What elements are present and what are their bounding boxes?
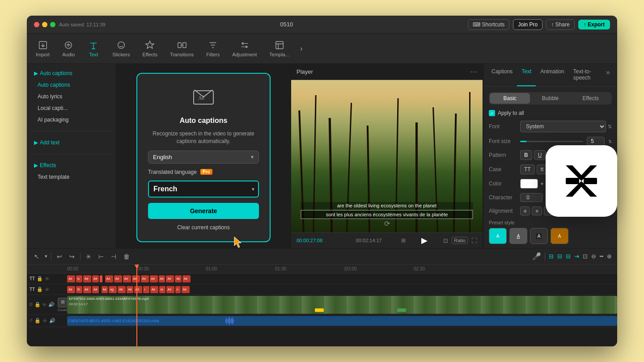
minimize-button[interactable] <box>42 22 47 27</box>
caption-chip[interactable]: Aé <box>118 286 126 293</box>
layout-icon[interactable]: ⊞ <box>401 237 406 244</box>
caption-chip[interactable]: Aé <box>92 275 99 282</box>
player-menu-icon[interactable]: ⋯ <box>470 67 477 76</box>
caption-chip[interactable]: re <box>159 286 165 293</box>
audio-bar[interactable]: C9E97AFD-BD71-45FE-A962-E16243292310.m4a <box>67 316 617 326</box>
align-left-button[interactable]: ≡ <box>520 206 530 215</box>
toolbar-transitions[interactable]: Transitions <box>165 37 199 61</box>
selection-tool[interactable]: ↖ <box>32 251 41 262</box>
share-button[interactable]: ↑ Share <box>546 19 574 30</box>
tab-captions[interactable]: Captions <box>487 64 517 86</box>
toolbar-filters[interactable]: Filters <box>201 37 225 61</box>
timeline-tool6[interactable]: ⊖ <box>591 253 596 260</box>
font-select[interactable]: System <box>520 121 606 132</box>
timeline-tool4[interactable]: ⇥ <box>574 253 579 260</box>
style-tab-effects[interactable]: Effects <box>571 93 611 104</box>
translated-language-input[interactable] <box>148 181 259 198</box>
caption-chip[interactable]: Aé <box>150 275 158 282</box>
track-audio-vol-icon[interactable]: 🔊 <box>49 318 55 324</box>
maximize-button[interactable] <box>50 22 55 27</box>
shortcuts-button[interactable]: ⌨ Shortcuts <box>468 19 510 30</box>
export-button[interactable]: ↑ Export <box>578 20 610 29</box>
fullscreen-icon[interactable]: ⛶ <box>471 237 477 244</box>
track-lock-icon-1[interactable]: 🔒 <box>37 276 43 282</box>
crop-tool[interactable]: ⊢ <box>97 251 106 262</box>
preset-item-4[interactable]: A <box>551 228 568 244</box>
preset-item-1[interactable]: A <box>489 228 507 244</box>
toolbar-adjustment[interactable]: Adjustment <box>227 37 262 61</box>
timeline-tool5[interactable]: ⊡ <box>583 253 588 260</box>
caption-chip[interactable]: Aé <box>83 286 91 293</box>
left-panel-item-auto-captions[interactable]: Auto captions <box>30 79 112 91</box>
toolbar-effects[interactable]: Effects <box>137 37 162 61</box>
redo-button[interactable]: ↪ <box>68 251 76 262</box>
caption-chip[interactable]: Aé <box>114 275 122 282</box>
track-loop-icon[interactable]: ↺ <box>29 318 33 324</box>
font-size-slider[interactable] <box>520 141 583 142</box>
caption-chip[interactable]: Aé <box>182 275 191 282</box>
uppercase-button[interactable]: TT <box>520 164 535 174</box>
style-tab-basic[interactable]: Basic <box>490 93 530 104</box>
track-settings-icon[interactable]: ⚙ <box>29 302 33 307</box>
caption-chip[interactable]: Aé <box>67 275 75 282</box>
video-strip[interactable]: EF55F902-6884-40E9-BB91-434ABF67897B.mp4… <box>67 296 617 314</box>
track-visible-icon-video[interactable]: 👁 <box>42 302 47 307</box>
mic-icon[interactable]: 🎤 <box>532 252 541 261</box>
section-header-captions[interactable]: ▶ Auto captions <box>30 67 112 79</box>
caption-chip[interactable]: Aé <box>92 286 99 293</box>
caption-chip[interactable]: r <box>143 286 149 293</box>
caption-chip[interactable]: Aé <box>166 286 174 293</box>
ratio-button[interactable]: Ratio <box>452 237 468 244</box>
close-button[interactable] <box>34 22 39 27</box>
split-tool[interactable]: ⚹ <box>84 251 93 262</box>
tab-animation[interactable]: Animation <box>536 64 568 86</box>
caption-chip[interactable]: Aé <box>132 275 140 282</box>
delete-tool[interactable]: 🗑 <box>122 251 131 262</box>
timeline-tool1[interactable]: ⊟ <box>549 253 554 260</box>
join-pro-button[interactable]: Join Pro <box>513 19 542 30</box>
timeline-tool2[interactable]: ⊟ <box>557 253 562 260</box>
caption-chip[interactable]: Aé <box>127 286 133 293</box>
apply-all-checkbox[interactable]: ✓ <box>489 110 495 116</box>
tab-more-icon[interactable]: » <box>602 64 614 86</box>
play-button[interactable]: ▶ <box>421 236 428 245</box>
caption-chip[interactable]: Aé <box>83 275 91 282</box>
caption-chip[interactable]: Aé <box>67 286 75 293</box>
track-audio-icon-video[interactable]: 🔊 <box>48 302 55 307</box>
zoom-slider[interactable]: ━ <box>600 253 603 260</box>
caption-chip[interactable]: Aé <box>123 275 131 282</box>
trim-tool[interactable]: ⊣ <box>109 251 118 262</box>
caption-chip[interactable]: Aé <box>141 275 149 282</box>
toolbar-audio[interactable]: Audio <box>57 37 80 61</box>
undo-button[interactable]: ↩ <box>55 251 64 262</box>
clear-captions-button[interactable]: Clear current captions <box>177 224 229 231</box>
preset-item-3[interactable]: A <box>530 228 548 244</box>
caption-chip[interactable] <box>100 275 102 282</box>
caption-chip[interactable]: Aé <box>159 275 165 282</box>
toolbar-templates[interactable]: Templa... <box>264 37 295 61</box>
caption-chip[interactable]: th <box>76 286 82 293</box>
left-panel-item-ai-packaging[interactable]: AI packaging <box>30 114 112 126</box>
style-tab-bubble[interactable]: Bubble <box>530 93 570 104</box>
character-spacing-input[interactable] <box>520 193 542 202</box>
caption-chip[interactable]: ls <box>76 275 82 282</box>
left-panel-item-text-template[interactable]: Text template <box>30 171 112 183</box>
tab-text[interactable]: Text <box>517 64 536 86</box>
track-lock-icon-audio[interactable]: 🔒 <box>34 318 41 324</box>
left-panel-item-local-captions[interactable]: Local capti... <box>30 102 112 114</box>
caption-chip[interactable]: Aé <box>134 286 142 293</box>
track-visible-icon-1[interactable]: 👁 <box>45 276 50 282</box>
crop-icon[interactable]: ⊡ <box>443 237 448 244</box>
track-visible-icon-2[interactable]: 👁 <box>45 287 50 292</box>
section-header-effects[interactable]: ▶ Effects <box>30 160 112 171</box>
align-center-button[interactable]: ≡ <box>532 206 542 215</box>
toolbar-stickers[interactable]: Stickers <box>107 37 135 61</box>
timeline-tool3[interactable]: ⊟ <box>566 253 571 260</box>
caption-chip[interactable]: Aé <box>182 286 190 293</box>
timeline-settings[interactable]: ⊕ <box>607 253 612 260</box>
track-visible-icon-audio[interactable]: 👁 <box>42 318 47 324</box>
caption-chip[interactable]: Aé <box>175 275 182 282</box>
left-panel-item-auto-lyrics[interactable]: Auto lyrics <box>30 91 112 102</box>
caption-chip[interactable]: Aé <box>105 275 113 282</box>
track-lock-icon-video[interactable]: 🔒 <box>34 302 41 307</box>
